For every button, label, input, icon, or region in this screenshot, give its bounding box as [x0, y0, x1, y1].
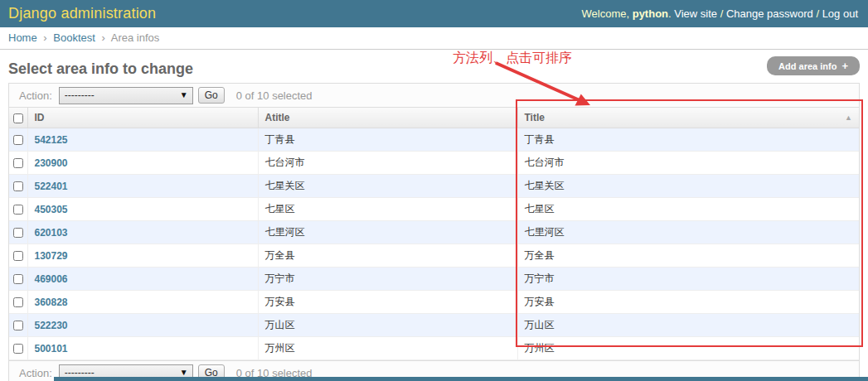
row-checkbox-cell	[9, 314, 27, 337]
cell-id: 469006	[27, 268, 258, 291]
site-branding[interactable]: Django administration	[8, 5, 156, 22]
sort-ascending-icon[interactable]: ▲	[845, 113, 852, 122]
cell-id: 500101	[27, 337, 258, 360]
cell-atitle: 万全县	[258, 244, 517, 268]
row-checkbox[interactable]	[13, 181, 23, 191]
bottom-teal-strip	[54, 377, 868, 381]
row-id-link[interactable]: 522401	[35, 181, 68, 192]
row-id-link[interactable]: 542125	[35, 134, 68, 146]
welcome-period: .	[668, 7, 672, 20]
row-id-link[interactable]: 130729	[35, 250, 68, 262]
select-all-header	[9, 108, 27, 128]
row-id-link[interactable]: 500101	[35, 343, 68, 354]
logout-link[interactable]: Log out	[822, 7, 858, 20]
table-row: 522401七星关区七星关区	[9, 175, 859, 198]
cell-id: 522230	[27, 314, 258, 337]
object-tools: Add area info+	[767, 56, 860, 75]
row-id-link[interactable]: 522230	[35, 320, 68, 331]
cell-title: 七台河市	[517, 152, 859, 175]
breadcrumb-booktest[interactable]: Booktest	[53, 31, 95, 44]
row-checkbox[interactable]	[13, 297, 23, 307]
content-header: Select area info to change Add area info…	[0, 50, 868, 83]
actions-bar-top: Action: --------- ▼ Go 0 of 10 selected	[9, 84, 859, 108]
breadcrumb-current: Area infos	[111, 31, 160, 44]
breadcrumb-separator: ›	[43, 31, 46, 44]
breadcrumb-home[interactable]: Home	[8, 31, 37, 44]
row-checkbox[interactable]	[13, 158, 23, 168]
cell-title: 万宁市	[517, 268, 859, 291]
cell-id: 230900	[27, 152, 258, 175]
row-checkbox[interactable]	[13, 205, 23, 215]
user-tools: Welcome, python. View site / Change pass…	[582, 7, 858, 20]
cell-atitle: 丁青县	[258, 128, 517, 152]
row-checkbox[interactable]	[13, 344, 23, 354]
username: python	[633, 7, 668, 20]
welcome-text: Welcome,	[582, 7, 630, 20]
cell-title: 七里河区	[517, 221, 859, 244]
table-row: 522230万山区万山区	[9, 314, 859, 337]
column-header-atitle[interactable]: Atitle	[258, 108, 517, 128]
page-title: Select area info to change	[8, 60, 860, 78]
table-row: 542125丁青县丁青县	[9, 128, 859, 152]
cell-atitle: 万山区	[258, 314, 517, 337]
row-checkbox-cell	[9, 268, 27, 291]
row-id-link[interactable]: 450305	[35, 204, 68, 215]
cell-title: 丁青县	[517, 128, 859, 152]
changelist-module: Action: --------- ▼ Go 0 of 10 selected …	[8, 83, 860, 381]
action-select[interactable]: ---------	[59, 87, 193, 104]
row-checkbox-cell	[9, 152, 27, 175]
table-row: 130729万全县万全县	[9, 244, 859, 268]
cell-id: 450305	[27, 198, 258, 221]
row-checkbox[interactable]	[13, 274, 23, 284]
cell-atitle: 七里河区	[258, 221, 517, 244]
row-id-link[interactable]: 230900	[35, 157, 68, 169]
cell-id: 360828	[27, 291, 258, 314]
table-row: 469006万宁市万宁市	[9, 268, 859, 291]
action-label: Action:	[19, 89, 52, 102]
row-id-link[interactable]: 469006	[35, 273, 68, 285]
row-checkbox-cell	[9, 291, 27, 314]
action-select-wrapper: --------- ▼	[59, 87, 193, 104]
go-button[interactable]: Go	[198, 87, 225, 104]
cell-id: 522401	[27, 175, 258, 198]
cell-title: 万全县	[517, 244, 859, 268]
row-checkbox-cell	[9, 221, 27, 244]
action-label: Action:	[19, 367, 52, 379]
column-header-title[interactable]: Title▲	[517, 108, 859, 128]
column-header-title-label: Title	[525, 112, 545, 123]
row-checkbox-cell	[9, 128, 27, 152]
add-icon: +	[841, 60, 848, 72]
cell-atitle: 七星区	[258, 198, 517, 221]
user-tools-separator: /	[816, 7, 819, 20]
row-checkbox[interactable]	[13, 251, 23, 261]
cell-id: 620103	[27, 221, 258, 244]
row-id-link[interactable]: 620103	[35, 227, 68, 239]
cell-title: 万山区	[517, 314, 859, 337]
cell-atitle: 七台河市	[258, 152, 517, 175]
cell-atitle: 七星关区	[258, 175, 517, 198]
cell-atitle: 万州区	[258, 337, 517, 360]
add-area-info-button[interactable]: Add area info+	[767, 56, 860, 75]
row-checkbox[interactable]	[13, 135, 23, 145]
cell-atitle: 万宁市	[258, 268, 517, 291]
action-counter: 0 of 10 selected	[236, 89, 313, 102]
row-checkbox-cell	[9, 244, 27, 268]
row-checkbox[interactable]	[13, 228, 23, 238]
column-header-id-label: ID	[35, 112, 45, 123]
select-all-checkbox[interactable]	[13, 113, 23, 123]
row-checkbox[interactable]	[13, 321, 23, 330]
cell-atitle: 万安县	[258, 291, 517, 314]
cell-id: 542125	[27, 128, 258, 152]
view-site-link[interactable]: View site	[674, 7, 717, 20]
cell-title: 万州区	[517, 337, 859, 360]
row-id-link[interactable]: 360828	[35, 297, 68, 308]
cell-title: 七星区	[517, 198, 859, 221]
table-row: 620103七里河区七里河区	[9, 221, 859, 244]
table-row: 230900七台河市七台河市	[9, 152, 859, 175]
column-header-id[interactable]: ID	[27, 108, 258, 128]
cell-title: 万安县	[517, 291, 859, 314]
add-button-label: Add area info	[778, 61, 836, 71]
table-row: 450305七星区七星区	[9, 198, 859, 221]
change-password-link[interactable]: Change password	[726, 7, 813, 20]
page: Django administration Welcome, python. V…	[0, 0, 868, 381]
